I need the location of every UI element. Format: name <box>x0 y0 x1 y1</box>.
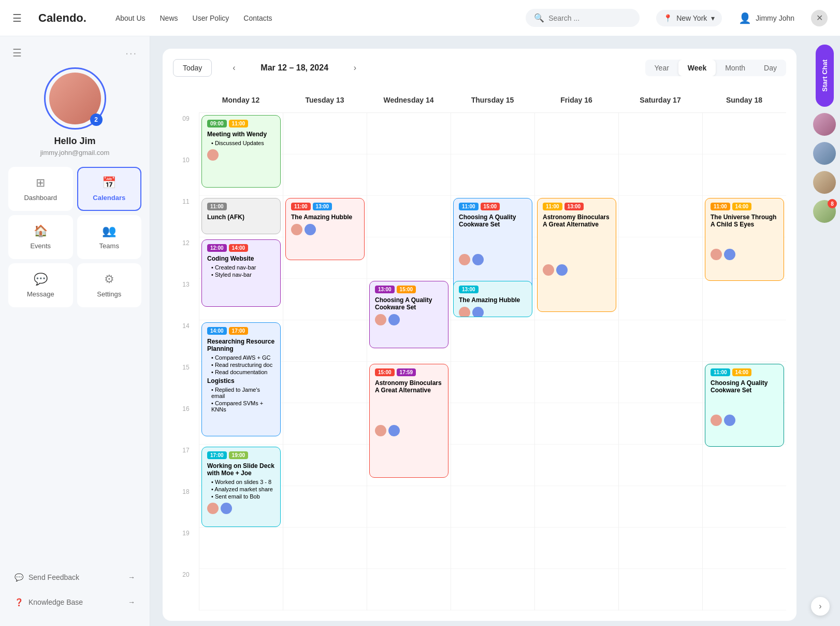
sidebar-bottom: 💬 Send Feedback → ❓ Knowledge Base → <box>8 564 141 616</box>
app-logo: Calendo. <box>38 11 86 25</box>
settings-icon: ⚙ <box>104 273 114 286</box>
knowledge-base-label: Knowledge Base <box>28 598 83 606</box>
nav-about[interactable]: About Us <box>115 14 146 22</box>
event-cookware-thu[interactable]: 11:00 15:00 Choosing A Quality Cookware … <box>453 198 532 291</box>
event-slide-deck[interactable]: 17:00 19:00 Working on Slide Deck with M… <box>201 447 281 527</box>
knowledge-base-left: ❓ Knowledge Base <box>15 598 83 606</box>
sidebar: ☰ ··· 2 Hello Jim jimmy.john@gmail.com ⊞… <box>0 36 150 626</box>
user-greeting: Hello Jim <box>54 136 95 147</box>
close-button[interactable]: ✕ <box>811 10 828 26</box>
event-astronomy-fri[interactable]: 11:00 13:00 Astronomy Binoculars A Great… <box>537 198 616 312</box>
time-14: 14 <box>173 320 199 362</box>
event-research[interactable]: 14:00 17:00 Researching Resource Plannin… <box>201 322 281 436</box>
time-09: 09 <box>173 113 199 154</box>
chat-avatar-2[interactable] <box>813 142 836 165</box>
time-19: 19 <box>173 528 199 569</box>
sidebar-item-events[interactable]: 🏠 Events <box>8 215 73 259</box>
main-layout: ☰ ··· 2 Hello Jim jimmy.john@gmail.com ⊞… <box>0 36 840 626</box>
nav-news[interactable]: News <box>160 14 178 22</box>
event-cookware-sun[interactable]: 11:00 14:00 Choosing A Quality Cookware … <box>705 364 784 447</box>
day-header-tue: Tuesday 13 <box>283 87 367 113</box>
time-18: 18 <box>173 486 199 528</box>
chat-badge: 8 <box>828 199 837 208</box>
next-button[interactable]: › <box>350 61 360 75</box>
message-icon: 💬 <box>34 273 48 286</box>
prev-button[interactable]: ‹ <box>228 61 239 75</box>
time-12: 12 <box>173 237 199 279</box>
knowledge-icon: ❓ <box>15 598 23 606</box>
sidebar-item-settings[interactable]: ⚙ Settings <box>77 263 142 307</box>
sidebar-item-message[interactable]: 💬 Message <box>8 263 73 307</box>
calendars-icon: 📅 <box>102 176 116 190</box>
chat-avatar-1[interactable] <box>813 113 836 136</box>
location-icon: 📍 <box>663 14 672 22</box>
view-year[interactable]: Year <box>645 60 678 76</box>
day-header-sat: Saturday 17 <box>618 87 702 113</box>
hamburger-icon[interactable]: ☰ <box>12 12 22 24</box>
events-icon: 🏠 <box>34 224 48 238</box>
search-box: 🔍 <box>526 9 640 27</box>
sidebar-item-label: Dashboard <box>24 194 57 202</box>
event-hubble-thu[interactable]: 13:00 The Amazing Hubble <box>453 281 532 317</box>
day-header-wed: Wednesday 14 <box>367 87 451 113</box>
knowledge-arrow-icon: → <box>128 598 135 606</box>
knowledge-base-item[interactable]: ❓ Knowledge Base → <box>8 593 141 611</box>
menu-icon[interactable]: ☰ <box>12 47 22 59</box>
send-feedback-left: 💬 Send Feedback <box>15 573 79 581</box>
user-menu[interactable]: 👤 Jimmy John <box>738 12 794 24</box>
send-feedback-label: Send Feedback <box>28 573 79 581</box>
more-icon[interactable]: ··· <box>125 47 137 59</box>
day-header-thu: Thursday 15 <box>451 87 534 113</box>
time-10: 10 <box>173 154 199 196</box>
sidebar-item-teams[interactable]: 👥 Teams <box>77 215 142 259</box>
day-col-1: 11:00 13:00 The Amazing Hubble <box>283 113 367 610</box>
nav-contacts[interactable]: Contacts <box>243 14 272 22</box>
day-col-6: 11:00 14:00 The Universe Through A Child… <box>702 113 786 610</box>
chat-avatar-4[interactable]: 8 <box>813 200 836 223</box>
user-email: jimmy.john@gmail.com <box>40 149 110 156</box>
view-day[interactable]: Day <box>755 60 786 76</box>
search-input[interactable] <box>548 14 631 22</box>
day-header-fri: Friday 16 <box>534 87 618 113</box>
day-col-2: 13:00 15:00 Choosing A Quality Cookware … <box>367 113 451 610</box>
day-col-5 <box>618 113 702 610</box>
event-coding[interactable]: 12:00 14:00 Coding Website Created nav-b… <box>201 239 281 307</box>
chat-sidebar: Start Chat 8 <box>809 36 840 626</box>
nav-grid: ⊞ Dashboard 📅 Calendars 🏠 Events 👥 Teams… <box>8 167 141 307</box>
start-chat-button[interactable]: Start Chat <box>816 45 834 107</box>
chevron-down-icon: ▾ <box>711 14 715 22</box>
location-selector[interactable]: 📍 New York ▾ <box>656 10 722 26</box>
sidebar-item-calendars[interactable]: 📅 Calendars <box>77 167 142 211</box>
calendar-grid: 09 10 11 12 13 14 15 16 17 18 19 20 Mond… <box>173 87 786 610</box>
main-content: Today ‹ Mar 12 – 18, 2024 › Year Week Mo… <box>150 36 809 626</box>
view-month[interactable]: Month <box>716 60 755 76</box>
sidebar-item-label: Events <box>30 242 51 250</box>
event-astronomy-wed[interactable]: 15:00 17:59 Astronomy Binoculars A Great… <box>369 364 448 478</box>
nav-links: About Us News User Policy Contacts <box>115 14 272 22</box>
event-lunch[interactable]: 11:00 Lunch (AFK) <box>201 198 281 234</box>
event-cookware-wed[interactable]: 13:00 15:00 Choosing A Quality Cookware … <box>369 281 448 348</box>
avatar-ring: 2 <box>44 67 106 130</box>
chat-avatar-3[interactable] <box>813 171 836 194</box>
nav-user-policy[interactable]: User Policy <box>193 14 229 22</box>
user-name: Jimmy John <box>756 14 794 22</box>
sidebar-item-label: Message <box>27 290 54 298</box>
day-col-0: 09:00 11:00 Meeting with Wendy Discussed… <box>199 113 283 610</box>
feedback-arrow-icon: → <box>128 573 135 581</box>
view-buttons: Year Week Month Day <box>645 60 786 76</box>
today-button[interactable]: Today <box>173 59 212 77</box>
time-11: 11 <box>173 196 199 237</box>
sidebar-item-dashboard[interactable]: ⊞ Dashboard <box>8 167 73 211</box>
day-col-4: 11:00 13:00 Astronomy Binoculars A Great… <box>534 113 618 610</box>
view-week[interactable]: Week <box>678 60 716 76</box>
event-meeting-wendy[interactable]: 09:00 11:00 Meeting with Wendy Discussed… <box>201 115 281 188</box>
sidebar-item-label: Teams <box>99 242 119 250</box>
time-20: 20 <box>173 569 199 610</box>
profile-section: 2 Hello Jim jimmy.john@gmail.com <box>8 67 141 156</box>
sidebar-item-label: Settings <box>97 290 121 298</box>
sidebar-item-label: Calendars <box>93 194 125 202</box>
event-hubble-tue[interactable]: 11:00 13:00 The Amazing Hubble <box>285 198 365 260</box>
event-universe-sun[interactable]: 11:00 14:00 The Universe Through A Child… <box>705 198 784 281</box>
send-feedback-item[interactable]: 💬 Send Feedback → <box>8 568 141 587</box>
sidebar-header: ☰ ··· <box>8 47 141 59</box>
